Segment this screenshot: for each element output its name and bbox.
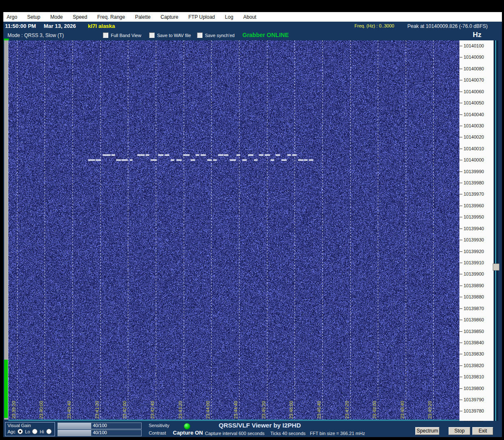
footer-bar: Visual Gain AgcLoHi 40/100 40/100 Sensit… bbox=[3, 421, 502, 437]
menu-item-freq-range[interactable]: Freq. Range bbox=[97, 14, 125, 20]
sensitivity-slider[interactable]: 40/100 bbox=[57, 423, 142, 429]
freq-tick bbox=[459, 103, 462, 103]
freq-label: 10139810 bbox=[464, 374, 484, 379]
time-label: 23:43:20 bbox=[178, 401, 183, 419]
freq-tick bbox=[459, 69, 462, 69]
freq-tick bbox=[459, 46, 462, 46]
freq-label: 10139780 bbox=[464, 408, 484, 413]
freq-label: 10139980 bbox=[464, 180, 484, 185]
freq-tick bbox=[459, 160, 462, 160]
freq-tick bbox=[459, 251, 462, 252]
menu-item-mode[interactable]: Mode bbox=[50, 14, 63, 20]
frequency-scrollbar-handle[interactable] bbox=[493, 264, 499, 271]
time-label: 23:44:00 bbox=[205, 401, 210, 419]
freq-tick bbox=[459, 57, 462, 57]
callsign-label: kl7l alaska bbox=[88, 23, 115, 29]
freq-tick bbox=[459, 388, 462, 389]
freq-label: 10139860 bbox=[464, 317, 484, 322]
time-label: 23:45:20 bbox=[261, 401, 266, 419]
menu-item-palette[interactable]: Palette bbox=[135, 14, 150, 20]
visual-gain-radios: AgcLoHi bbox=[7, 429, 52, 434]
freq-label: 10140040 bbox=[464, 112, 484, 117]
stop-button[interactable]: Stop bbox=[449, 427, 470, 435]
freq-tick bbox=[459, 172, 462, 172]
menu-item-capture[interactable]: Capture bbox=[161, 14, 179, 20]
freq-label: 10140000 bbox=[464, 157, 484, 162]
line-progress-fill bbox=[4, 360, 8, 418]
time-label: 23:47:20 bbox=[344, 401, 349, 419]
checkbox-box[interactable] bbox=[197, 32, 202, 38]
mode-label: Mode : QRSS 3, Slow (T) bbox=[7, 32, 64, 38]
freq-label: 10139920 bbox=[464, 249, 484, 254]
time-label: 23:46:40 bbox=[317, 401, 322, 419]
freq-label: 10139950 bbox=[464, 214, 484, 219]
time-label: 23:40:40 bbox=[67, 401, 72, 419]
freq-label: 10140080 bbox=[464, 66, 484, 71]
time-label: 23:49:20 bbox=[427, 401, 432, 419]
freq-label: 10139870 bbox=[464, 306, 484, 311]
app-title: QRSS/VLF Viewer by I2PHD bbox=[219, 422, 301, 429]
argo-window: ArgoSetupModeSpeedFreq. RangePaletteCapt… bbox=[3, 12, 502, 437]
freq-label: 10140070 bbox=[464, 77, 484, 82]
time-label: 23:48:00 bbox=[372, 401, 377, 419]
ticks-label: Ticks 40 seconds bbox=[270, 431, 306, 436]
waterfall-spectrogram[interactable] bbox=[8, 40, 459, 420]
radio-agc[interactable] bbox=[17, 429, 23, 434]
time-label: 23:44:40 bbox=[233, 401, 238, 419]
checkbox-box[interactable] bbox=[103, 32, 108, 38]
freq-tick bbox=[459, 286, 462, 286]
header-row-1: 11:50:00 PM Mar 13, 2026 kl7l alaska Fre… bbox=[3, 22, 502, 31]
contrast-slider[interactable]: 40/100 bbox=[57, 430, 142, 436]
frequency-scrollbar-track[interactable] bbox=[494, 40, 498, 421]
radio-lo[interactable] bbox=[32, 429, 37, 434]
time-label: 23:42:00 bbox=[122, 401, 127, 419]
checkbox-save-synch-ed[interactable]: Save synch'ed bbox=[197, 32, 235, 38]
visual-gain-label: Visual Gain bbox=[7, 423, 31, 428]
header-row-2: Mode : QRSS 3, Slow (T) Grabber ONLINE H… bbox=[3, 31, 502, 40]
checkbox-full-band-view[interactable]: Full Band View bbox=[103, 32, 141, 38]
menu-item-setup[interactable]: Setup bbox=[27, 14, 40, 20]
checkbox-label: Save synch'ed bbox=[205, 33, 235, 38]
freq-range-label: Freq. (Hz) : 0..3000 bbox=[354, 23, 394, 28]
menu-item-ftp-upload[interactable]: FTP Upload bbox=[188, 14, 215, 20]
frequency-scrollbar-line bbox=[495, 40, 496, 421]
freq-tick bbox=[459, 331, 462, 332]
radio-hi[interactable] bbox=[46, 429, 52, 434]
menu-item-speed[interactable]: Speed bbox=[73, 14, 87, 20]
capture-status: Capture ON bbox=[173, 430, 203, 436]
clock-date: Mar 13, 2026 bbox=[44, 23, 76, 29]
header: 11:50:00 PM Mar 13, 2026 kl7l alaska Fre… bbox=[3, 22, 502, 40]
freq-tick bbox=[459, 229, 462, 229]
spectrum-button[interactable]: Spectrum bbox=[415, 427, 439, 435]
slider-sensitivity-fill bbox=[58, 423, 91, 429]
freq-tick bbox=[459, 320, 462, 320]
freq-label: 10139900 bbox=[464, 271, 484, 276]
freq-label: 10140100 bbox=[464, 43, 484, 48]
menu-item-about[interactable]: About bbox=[243, 14, 256, 20]
menu-item-argo[interactable]: Argo bbox=[7, 14, 17, 20]
freq-label: 10139790 bbox=[464, 397, 484, 402]
time-label: 23:42:40 bbox=[150, 401, 155, 419]
slider-contrast-fill bbox=[58, 430, 91, 436]
freq-tick bbox=[459, 411, 462, 411]
checkbox-save-to-wav-file[interactable]: Save to WAV file bbox=[149, 32, 191, 38]
checkbox-label: Full Band View bbox=[111, 33, 141, 38]
menu-item-log[interactable]: Log bbox=[225, 14, 233, 20]
radio-label-lo: Lo bbox=[25, 429, 30, 434]
freq-tick bbox=[459, 354, 462, 354]
menu-bar: ArgoSetupModeSpeedFreq. RangePaletteCapt… bbox=[3, 12, 502, 22]
freq-label: 10139890 bbox=[464, 283, 484, 288]
freq-tick bbox=[459, 194, 462, 194]
freq-tick bbox=[459, 365, 462, 366]
freq-label: 10140030 bbox=[464, 123, 484, 128]
exit-button[interactable]: Exit bbox=[472, 427, 493, 435]
freq-tick bbox=[459, 80, 462, 80]
checkbox-box[interactable] bbox=[149, 32, 155, 38]
freq-tick bbox=[459, 308, 462, 309]
freq-tick bbox=[459, 126, 462, 126]
freq-tick bbox=[459, 377, 462, 377]
time-label: 23:46:00 bbox=[289, 401, 294, 419]
freq-label: 10139850 bbox=[464, 329, 484, 334]
freq-label: 10139990 bbox=[464, 169, 484, 174]
freq-label: 10139830 bbox=[464, 351, 484, 356]
